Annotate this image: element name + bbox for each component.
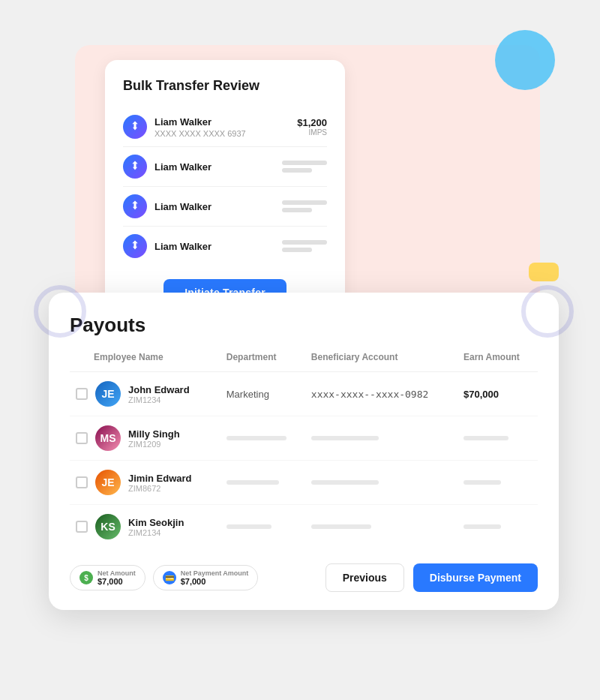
avatar: KS — [95, 514, 121, 539]
department-cell — [220, 461, 305, 505]
placeholder — [226, 524, 272, 529]
account-cell — [305, 416, 458, 461]
previous-button[interactable]: Previous — [326, 563, 404, 592]
deco-arc-right — [521, 285, 574, 338]
employee-name: Jimin Edward — [128, 473, 192, 484]
net-payment-label: Net Payment Amount $7,000 — [181, 569, 249, 586]
placeholder-line — [282, 240, 327, 245]
placeholder — [464, 480, 501, 485]
employee-cell: JE Jimin Edward ZIM8672 — [70, 461, 220, 505]
payment-method: IMPS — [297, 128, 327, 137]
transfer-row: Liam Walker — [123, 227, 327, 266]
transfer-name: Liam Walker — [154, 201, 276, 212]
bulk-transfer-title: Bulk Transfer Review — [123, 78, 327, 94]
transfer-avatar — [123, 234, 147, 258]
placeholder — [464, 524, 501, 529]
row-checkbox[interactable] — [76, 388, 88, 400]
col-earn-amount: Earn Amount — [458, 352, 538, 372]
transfer-info: Liam Walker — [154, 201, 276, 212]
account-cell: xxxx-xxxx--xxxx-0982 — [305, 372, 458, 416]
amount-value: $1,200 — [297, 117, 327, 128]
net-payment-icon: 💳 — [163, 571, 176, 584]
earn-amount: $70,000 — [464, 389, 499, 400]
row-checkbox[interactable] — [76, 432, 88, 444]
deco-yellow-badge — [529, 263, 559, 281]
transfer-amount: $1,200 IMPS — [297, 117, 327, 137]
placeholder-line — [282, 168, 312, 173]
placeholder-lines — [282, 200, 327, 212]
table-row: JE Jimin Edward ZIM8672 — [70, 461, 538, 505]
employee-id: ZIM2134 — [128, 528, 184, 537]
transfer-info: Liam Walker — [154, 161, 276, 173]
placeholder — [464, 436, 508, 440]
avatar: JE — [95, 381, 121, 407]
placeholder — [226, 480, 279, 485]
transfer-info: Liam Walker XXXX XXXX XXXX 6937 — [154, 116, 291, 138]
net-amount-label: Net Amount $7,000 — [98, 569, 136, 586]
footer-actions: Previous Disburse Payment — [326, 563, 538, 592]
table-row: JE John Edward ZIM1234 Marketing xxxx-xx… — [70, 372, 538, 416]
payouts-footer: $ Net Amount $7,000 💳 Net Payment Amount… — [70, 563, 538, 592]
transfer-avatar — [123, 115, 147, 139]
employee-cell: MS Milly Singh ZIM1209 — [70, 416, 220, 461]
employee-id: ZIM1209 — [128, 440, 180, 449]
row-checkbox[interactable] — [76, 521, 88, 533]
placeholder-lines — [282, 240, 327, 252]
placeholder-line — [282, 161, 327, 165]
transfer-account: XXXX XXXX XXXX 6937 — [154, 129, 291, 138]
row-checkbox[interactable] — [76, 476, 88, 488]
placeholder-lines — [282, 161, 327, 173]
employee-id: ZIM8672 — [128, 484, 192, 493]
net-amount-badge: $ Net Amount $7,000 — [70, 565, 146, 590]
net-payment-badge: 💳 Net Payment Amount $7,000 — [153, 565, 259, 590]
bulk-transfer-card: Bulk Transfer Review Liam Walker XXXX XX… — [105, 60, 345, 321]
net-amount-value: $7,000 — [98, 577, 136, 586]
account-value: xxxx-xxxx--xxxx-0982 — [311, 389, 429, 400]
employee-name: Milly Singh — [128, 428, 180, 440]
amount-cell — [458, 461, 538, 505]
col-department: Department — [220, 352, 305, 372]
deco-circle-top-right — [495, 30, 555, 90]
employee-name: Kim Seokjin — [128, 517, 184, 528]
amount-cell: $70,000 — [458, 372, 538, 416]
transfer-name: Liam Walker — [154, 116, 291, 128]
transfer-avatar — [123, 194, 147, 218]
placeholder — [311, 436, 379, 440]
account-cell — [305, 505, 458, 549]
department-value: Marketing — [226, 389, 269, 400]
avatar: MS — [95, 425, 121, 451]
net-payment-value: $7,000 — [181, 577, 249, 586]
payouts-title: Payouts — [70, 314, 538, 337]
transfer-name: Liam Walker — [154, 161, 276, 173]
col-beneficiary-account: Beneficiary Account — [305, 352, 458, 372]
transfer-name: Liam Walker — [154, 241, 276, 252]
disburse-payment-button[interactable]: Disburse Payment — [413, 563, 538, 592]
transfer-info: Liam Walker — [154, 241, 276, 252]
amount-cell — [458, 505, 538, 549]
footer-badges: $ Net Amount $7,000 💳 Net Payment Amount… — [70, 565, 258, 590]
placeholder — [311, 524, 371, 529]
table-row: KS Kim Seokjin ZIM2134 — [70, 505, 538, 549]
employee-cell: KS Kim Seokjin ZIM2134 — [70, 505, 220, 549]
net-amount-icon: $ — [80, 571, 93, 584]
department-cell — [220, 505, 305, 549]
payouts-card: Payouts Employee Name Department Benefic… — [49, 293, 559, 610]
department-cell — [220, 416, 305, 461]
department-cell: Marketing — [220, 372, 305, 416]
amount-cell — [458, 416, 538, 461]
placeholder-line — [282, 208, 312, 212]
employee-id: ZIM1234 — [128, 395, 190, 404]
placeholder — [311, 480, 379, 485]
transfer-row: Liam Walker XXXX XXXX XXXX 6937 $1,200 I… — [123, 107, 327, 147]
employee-name: John Edward — [128, 384, 190, 395]
deco-arc-left — [34, 285, 86, 338]
avatar: JE — [95, 470, 121, 495]
payouts-table: Employee Name Department Beneficiary Acc… — [70, 352, 538, 548]
account-cell — [305, 461, 458, 505]
transfer-row: Liam Walker — [123, 147, 327, 187]
placeholder-line — [282, 248, 312, 252]
col-employee-name: Employee Name — [70, 352, 220, 372]
transfer-avatar — [123, 155, 147, 179]
employee-cell: JE John Edward ZIM1234 — [70, 372, 220, 416]
placeholder — [226, 436, 286, 440]
